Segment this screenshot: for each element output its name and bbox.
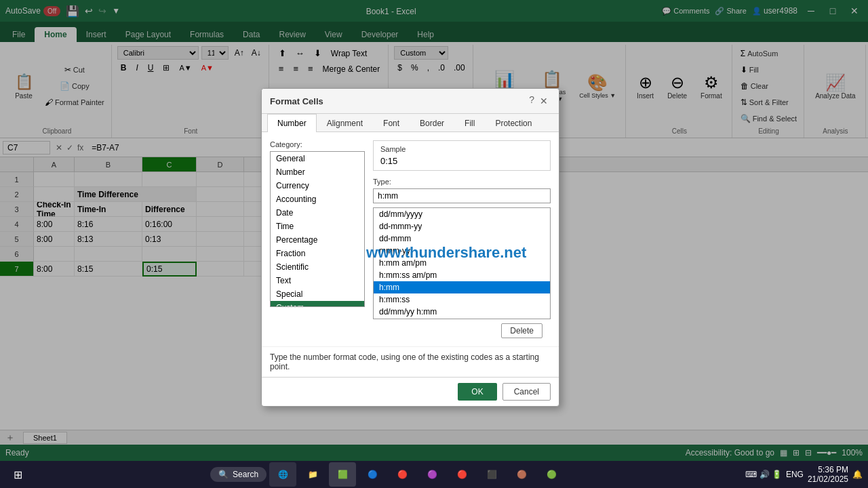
taskbar: ⊞ 🔍 Search 🌐 📁 🟩 🔵 🔴 🟣 🔴 ⬛ 🟤 🟢 ⌨ 🔊 🔋 ENG… bbox=[0, 461, 868, 488]
clock-date: 21/02/2025 bbox=[808, 474, 848, 484]
type-input[interactable] bbox=[373, 188, 551, 203]
ok-btn[interactable]: OK bbox=[458, 383, 496, 401]
dialog-columns: Category: General Number Currency Accoun… bbox=[270, 140, 551, 338]
taskbar-app8-btn[interactable]: 🟤 bbox=[508, 462, 535, 487]
dialog-help-icon[interactable]: ? bbox=[529, 94, 534, 108]
cat-percentage[interactable]: Percentage bbox=[271, 233, 364, 247]
taskbar-center: 🔍 Search 🌐 📁 🟩 🔵 🔴 🟣 🔴 ⬛ 🟤 🟢 bbox=[210, 462, 565, 487]
taskbar-search[interactable]: 🔍 Search bbox=[210, 467, 267, 482]
cat-special[interactable]: Special bbox=[271, 287, 364, 301]
taskbar-app6-btn[interactable]: 🔴 bbox=[448, 462, 475, 487]
notification-btn[interactable]: 🔔 bbox=[852, 470, 863, 479]
taskbar-firefox-btn[interactable]: 🔴 bbox=[389, 462, 416, 487]
dialog-tab-protection[interactable]: Protection bbox=[485, 114, 542, 132]
cat-scientific[interactable]: Scientific bbox=[271, 260, 364, 274]
dialog-tab-alignment[interactable]: Alignment bbox=[317, 114, 373, 132]
dialog-body: Category: General Number Currency Accoun… bbox=[262, 132, 559, 346]
cat-custom[interactable]: Custom bbox=[271, 301, 364, 307]
category-label: Category: bbox=[270, 140, 365, 148]
search-icon: 🔍 bbox=[218, 470, 229, 479]
type-mmss[interactable]: mm:ss bbox=[374, 318, 550, 319]
type-hmm[interactable]: h:mm bbox=[374, 281, 550, 293]
right-panel: Sample 0:15 Type: dd/mm/yyyy dd-mmm-yy d… bbox=[373, 140, 551, 338]
taskbar-app7-btn[interactable]: ⬛ bbox=[478, 462, 505, 487]
dialog-tab-number[interactable]: Number bbox=[267, 114, 317, 132]
taskbar-app9-btn[interactable]: 🟢 bbox=[538, 462, 565, 487]
type-hmmss[interactable]: h:mm:ss bbox=[374, 293, 550, 306]
type-label: Type: bbox=[373, 178, 551, 186]
category-list[interactable]: General Number Currency Accounting Date … bbox=[270, 151, 365, 307]
system-tray[interactable]: ⌨ 🔊 🔋 bbox=[745, 470, 782, 479]
type-ddmmyy-hmm[interactable]: dd/mm/yy h:mm bbox=[374, 306, 550, 318]
type-dd-mm-yyyy[interactable]: dd/mm/yyyy bbox=[374, 208, 550, 220]
dialog-title-buttons: ? ✕ bbox=[529, 94, 551, 108]
clock[interactable]: 5:36 PM 21/02/2025 bbox=[808, 465, 848, 484]
search-label: Search bbox=[233, 470, 258, 479]
dialog-note: Type the number format code, using one o… bbox=[262, 346, 559, 377]
taskbar-app5-btn[interactable]: 🟣 bbox=[418, 462, 446, 487]
type-hmm-ampm[interactable]: h:mm am/pm bbox=[374, 257, 550, 269]
dialog-tabs: Number Alignment Font Border Fill Protec… bbox=[262, 114, 559, 132]
type-dd-mmm-yy[interactable]: dd-mmm-yy bbox=[374, 220, 550, 232]
cat-number[interactable]: Number bbox=[271, 165, 364, 179]
type-list[interactable]: dd/mm/yyyy dd-mmm-yy dd-mmm mmm-yy h:mm … bbox=[373, 207, 551, 319]
cat-general[interactable]: General bbox=[271, 152, 364, 165]
start-btn[interactable]: ⊞ bbox=[5, 462, 30, 487]
dialog-tab-font[interactable]: Font bbox=[373, 114, 410, 132]
cat-fraction[interactable]: Fraction bbox=[271, 247, 364, 260]
type-hmmss-ampm[interactable]: h:mm:ss am/pm bbox=[374, 269, 550, 281]
dialog-footer: OK Cancel bbox=[262, 377, 559, 406]
cat-date[interactable]: Date bbox=[271, 206, 364, 220]
cat-time[interactable]: Time bbox=[271, 220, 364, 233]
dialog-title-text: Format Cells bbox=[270, 96, 323, 106]
delete-format-btn[interactable]: Delete bbox=[501, 323, 542, 338]
dialog-title-bar: Format Cells ? ✕ bbox=[262, 89, 559, 114]
cat-accounting[interactable]: Accounting bbox=[271, 192, 364, 206]
taskbar-excel-btn[interactable]: 🟩 bbox=[329, 462, 356, 487]
clock-time: 5:36 PM bbox=[808, 465, 848, 474]
cancel-btn[interactable]: Cancel bbox=[502, 383, 551, 401]
category-section: Category: General Number Currency Accoun… bbox=[270, 140, 365, 338]
sample-value: 0:15 bbox=[380, 156, 543, 166]
sample-label: Sample bbox=[380, 145, 543, 153]
language-indicator[interactable]: ENG bbox=[786, 470, 804, 479]
taskbar-edge-btn[interactable]: 🌐 bbox=[269, 462, 296, 487]
cat-text[interactable]: Text bbox=[271, 274, 364, 287]
sample-section: Sample 0:15 bbox=[373, 140, 551, 171]
dialog-tab-fill[interactable]: Fill bbox=[454, 114, 485, 132]
dialog-note-text: Type the number format code, using one o… bbox=[270, 352, 539, 371]
dialog-tab-border[interactable]: Border bbox=[410, 114, 454, 132]
taskbar-right: ⌨ 🔊 🔋 ENG 5:36 PM 21/02/2025 🔔 bbox=[745, 465, 868, 484]
type-mmm-yy[interactable]: mmm-yy bbox=[374, 245, 550, 257]
format-cells-dialog: Format Cells ? ✕ Number Alignment Font B… bbox=[261, 88, 559, 407]
taskbar-explorer-btn[interactable]: 📁 bbox=[299, 462, 326, 487]
taskbar-chrome-btn[interactable]: 🔵 bbox=[359, 462, 386, 487]
cat-currency[interactable]: Currency bbox=[271, 179, 364, 192]
dialog-close-btn[interactable]: ✕ bbox=[537, 94, 551, 108]
taskbar-left: ⊞ bbox=[0, 462, 30, 487]
type-dd-mmm[interactable]: dd-mmm bbox=[374, 232, 550, 245]
